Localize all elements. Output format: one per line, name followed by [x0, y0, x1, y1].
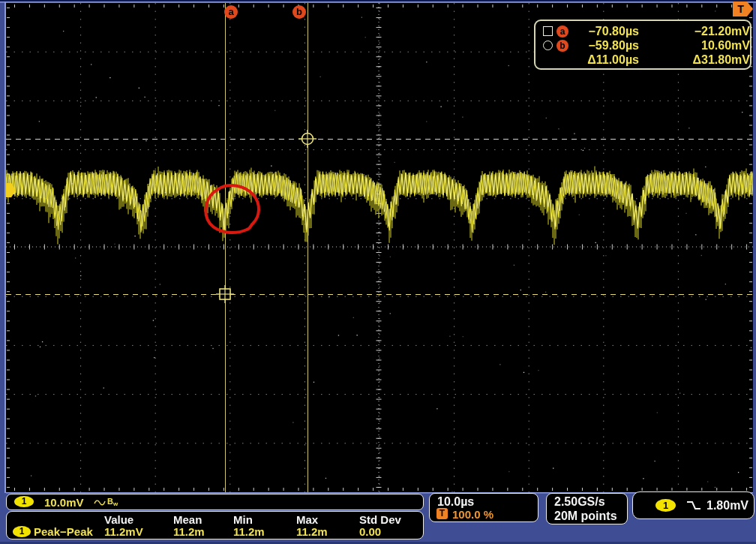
- acquisition-box[interactable]: 2.50GS/s 20M points: [546, 493, 628, 524]
- cursor-b-vline[interactable]: [308, 3, 308, 492]
- sample-rate: 2.50GS/s: [554, 495, 605, 509]
- measurement-max: 11.2m: [296, 525, 328, 538]
- ac-coupling-icon: [94, 498, 106, 506]
- measurement-min: 11.2m: [233, 525, 265, 538]
- cursor-a-square-marker[interactable]: [216, 285, 234, 303]
- cursor-delta-time: Δ11.00µs: [574, 53, 639, 67]
- cursor-b-voltage: 10.60mV: [639, 39, 750, 53]
- col-header-stddev: Std Dev: [359, 513, 401, 526]
- channel1-badge[interactable]: 1: [14, 496, 34, 507]
- measurement-value: 11.2mV: [104, 525, 143, 538]
- cursor-b-readout-row: b −59.80µs 10.60mV: [543, 38, 744, 53]
- cursor-b-circle-marker[interactable]: [298, 130, 316, 148]
- measurement-stddev: 0.00: [359, 525, 381, 538]
- horizontal-settings-box[interactable]: 10.0µs T 100.0 %: [429, 493, 538, 522]
- timebase-scale: 10.0µs: [437, 495, 474, 509]
- cursor-delta-row: Δ11.00µs Δ31.80mV: [543, 53, 744, 67]
- cursor-b-label[interactable]: b: [292, 5, 306, 19]
- cursor-a-readout-row: a −70.80µs −21.20mV: [543, 24, 744, 38]
- square-marker-icon: [543, 26, 553, 36]
- col-header-value: Value: [104, 513, 134, 526]
- graticule-waveform-canvas: [0, 0, 756, 544]
- cursor-a-time: −70.80µs: [574, 25, 639, 38]
- falling-edge-icon: [686, 500, 702, 511]
- cursor-a-badge: a: [556, 26, 568, 38]
- measurement-mean: 11.2m: [173, 525, 205, 538]
- measurement-source-badge: 1: [13, 526, 31, 537]
- cursor-a-vline[interactable]: [225, 3, 226, 492]
- horizontal-position: 100.0 %: [452, 508, 494, 521]
- measurement-name: Peak−Peak: [34, 525, 93, 538]
- record-length: 20M points: [554, 509, 617, 523]
- measurement-table[interactable]: Value Mean Min Max Std Dev 1 Peak−Peak 1…: [6, 511, 424, 539]
- cursor-delta-voltage: Δ31.80mV: [639, 53, 750, 67]
- trigger-source-badge: 1: [656, 499, 676, 512]
- col-header-min: Min: [233, 513, 253, 526]
- cursor-a-voltage: −21.20mV: [639, 25, 750, 38]
- oscilloscope-display: a b T a −70.80µs −21.20mV b −59.80µs 10.…: [0, 0, 756, 544]
- cursor-a-label[interactable]: a: [224, 5, 238, 19]
- circle-marker-icon: [543, 41, 553, 50]
- col-header-mean: Mean: [173, 513, 202, 526]
- trigger-t-icon: T: [436, 508, 448, 519]
- col-header-max: Max: [296, 513, 318, 526]
- cursor-b-badge: b: [556, 40, 568, 52]
- cursor-b-hline[interactable]: [6, 139, 753, 140]
- trigger-level: 1.80mV: [706, 499, 748, 512]
- trigger-settings-box[interactable]: 1 1.80mV: [632, 491, 754, 519]
- cursor-readout-box: a −70.80µs −21.20mV b −59.80µs 10.60mV Δ…: [534, 20, 752, 70]
- cursor-a-hline[interactable]: [6, 294, 753, 295]
- bandwidth-limit-icon: Bw: [107, 497, 118, 507]
- channel1-scale: 10.0mV: [44, 496, 84, 509]
- channel1-scale-bar[interactable]: 1 10.0mV Bw: [6, 494, 424, 510]
- cursor-b-time: −59.80µs: [574, 39, 639, 53]
- annotation-circle: [197, 179, 266, 237]
